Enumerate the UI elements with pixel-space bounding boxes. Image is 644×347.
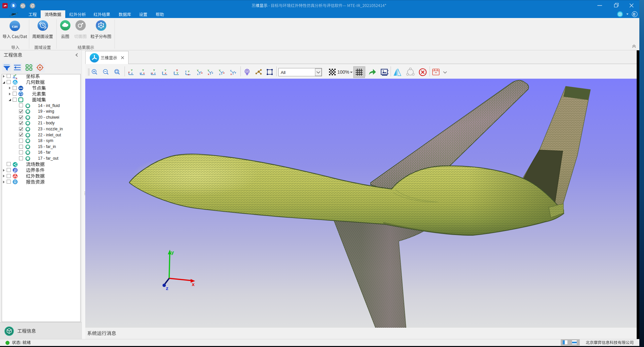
svg-text:Y: Y (131, 69, 133, 72)
svg-text:z: z (212, 71, 213, 74)
svg-text:cas: cas (12, 24, 18, 29)
svg-text:x: x (16, 77, 17, 79)
svg-text:Y: Y (197, 69, 199, 72)
svg-text:X: X (176, 69, 178, 72)
svg-text:x: x (230, 73, 232, 76)
svg-text:Y: Y (219, 69, 221, 72)
svg-text:Y: Y (234, 71, 236, 74)
svg-text:z: z (185, 70, 186, 73)
svg-text:z: z (166, 285, 168, 291)
svg-text:z: z (230, 69, 231, 72)
svg-text:x: x (128, 71, 130, 74)
svg-text:x: x (165, 72, 166, 75)
svg-text:x: x (152, 72, 153, 75)
svg-text:Y: Y (153, 69, 155, 72)
svg-text:x: x (192, 281, 195, 287)
svg-text:y: y (171, 249, 174, 255)
svg-text:z: z (13, 76, 14, 79)
svg-text:Y: Y (188, 70, 190, 73)
svg-text:Y: Y (142, 69, 144, 72)
svg-text:z: z (219, 73, 220, 76)
svg-text:z: z (162, 71, 163, 74)
svg-text:Y: Y (15, 74, 17, 76)
svg-text:z: z (131, 72, 133, 75)
svg-text:x: x (208, 73, 209, 76)
svg-text:x: x (223, 71, 225, 74)
svg-text:Y: Y (164, 69, 166, 72)
svg-text:z: z (197, 73, 198, 76)
svg-text:x: x (188, 73, 189, 76)
svg-text:z: z (154, 72, 156, 75)
svg-text:z: z (173, 71, 175, 74)
svg-text:z: z (141, 72, 142, 75)
svg-text:Y: Y (207, 69, 209, 72)
svg-text:x: x (143, 72, 145, 75)
svg-text:x: x (201, 71, 203, 74)
svg-text:Y: Y (176, 72, 178, 75)
